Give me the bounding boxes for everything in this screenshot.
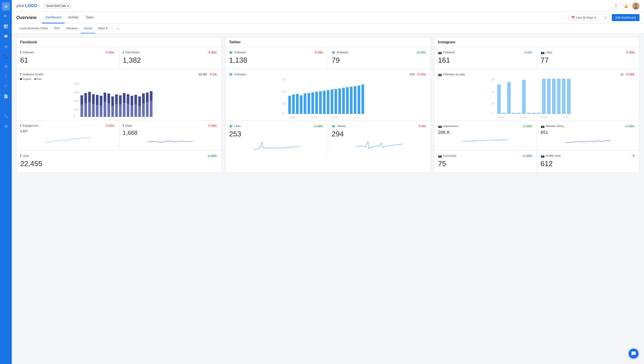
sub-tab-ppc[interactable]: PPC <box>51 24 63 33</box>
topbar-right: ? 🔔 <box>612 2 640 10</box>
tw-likes-badge: ▴ +38% <box>313 124 324 128</box>
svg-rect-37 <box>134 104 137 117</box>
svg-text:500: 500 <box>282 91 286 93</box>
tab-activity[interactable]: Activity <box>64 12 82 23</box>
svg-text:3,000: 3,000 <box>74 91 79 93</box>
fb-engagement-card: f Engagement... ▾ -31% 1,327 <box>16 120 119 150</box>
calendar-icon: 📅 <box>571 16 575 19</box>
facebook-section: Facebook f Followers ▾-20% <box>16 37 222 173</box>
tw-followers-chart-card: 🐦 Followers 676 ▾ -27% 750 500 250 <box>226 69 430 121</box>
fb-views-icon: f <box>123 124 124 127</box>
sidebar-location-icon[interactable]: 📍 <box>2 72 10 80</box>
svg-rect-55 <box>292 95 295 114</box>
ig-impressions-badge: ▴ +64% <box>522 124 533 128</box>
ig-comments-badge: ▴ +39% <box>522 154 533 158</box>
tw-chart-label: Followers <box>234 73 246 76</box>
share-icon: ⤢ <box>604 16 607 19</box>
fb-chart-label: Audience Growth <box>23 73 44 76</box>
logo-your: your <box>16 4 24 8</box>
fb-engagement-label: Engagement... <box>23 124 40 127</box>
tw-likes-card: 🐦 Likes ▴ +38% 253 <box>226 121 328 156</box>
svg-text:13 Jun: 13 Jun <box>289 116 296 118</box>
sidebar-chat-icon[interactable]: 💬 <box>2 32 10 40</box>
sidebar-search-icon[interactable]: 🔍 <box>2 12 10 21</box>
tw-tweets-card: 🐦 Tweets ▾ -3% 294 <box>328 121 430 156</box>
ig-followers-value: 161 <box>438 56 533 64</box>
ig-profile-visits-card: 📷 Profile Visits ▾ 612 <box>537 151 640 172</box>
fb-likes-card: f Likes ▴ +58% 22,455 <box>16 150 222 172</box>
tw-retweets-value: 79 <box>332 56 427 64</box>
svg-rect-95 <box>562 79 566 114</box>
svg-text:4 Jul: 4 Jul <box>564 116 568 118</box>
fb-audience-growth-card: f Audience Growth 83,360 ▾ -1% Organic P… <box>16 69 222 120</box>
sidebar-mail-icon[interactable]: ✉ <box>2 62 10 70</box>
fb-likes-icon: f <box>20 154 21 158</box>
svg-rect-17 <box>96 105 98 117</box>
ig-chart-badge: ▾ -79% <box>625 72 636 76</box>
sidebar-settings-icon[interactable]: ⚙ <box>2 122 10 130</box>
sub-tab-more[interactable]: More ▾ <box>95 24 110 33</box>
logo-bold: LOGO <box>25 4 37 8</box>
tw-retweets-badge: ▴ +14% <box>416 50 427 54</box>
date-range-label: Last 30 Days <box>576 16 594 19</box>
svg-rect-72 <box>358 86 360 114</box>
svg-rect-15 <box>92 104 95 117</box>
sidebar-phone-icon[interactable]: 📞 <box>2 52 10 60</box>
sidebar-home-icon[interactable]: ⊞ <box>2 2 10 11</box>
page-header: Overview Dashboard Activity Tasks 📅 Last… <box>12 12 644 24</box>
fb-likes-value: 22,455 <box>20 159 218 168</box>
svg-rect-31 <box>123 103 126 117</box>
avatar[interactable] <box>632 2 640 10</box>
svg-rect-23 <box>108 103 110 117</box>
fb-reach-card: f Total Reach ▾-60% 1,382 <box>119 47 222 69</box>
svg-rect-88 <box>527 113 531 114</box>
sidebar-cart-icon[interactable]: 🛒 <box>2 82 10 90</box>
sidebar-contacts-icon[interactable]: 👤 <box>2 102 10 110</box>
sub-tab-reviews[interactable]: Reviews <box>63 24 81 33</box>
topbar: yourLOGO ™ Good Grief Cafe ▾ ? 🔔 <box>12 0 644 12</box>
edit-dashboard-button[interactable]: Edit Dashboard <box>612 14 640 21</box>
chart-legend: Organic Paid <box>20 78 218 80</box>
date-range-button[interactable]: 📅 Last 30 Days ▾ <box>568 14 599 21</box>
ig-likes-icon: 📷 <box>541 51 544 54</box>
svg-text:10: 10 <box>492 103 494 105</box>
sidebar-analytics-icon[interactable]: 📊 <box>2 22 10 30</box>
brand-selector[interactable]: Good Grief Cafe ▾ <box>44 3 71 9</box>
sidebar-target-icon[interactable]: ◎ <box>2 42 10 50</box>
sidebar-reports-icon[interactable]: 📄 <box>2 92 10 100</box>
svg-rect-58 <box>304 93 306 114</box>
help-button[interactable]: ? <box>612 2 620 10</box>
tw-likes-label: Likes <box>234 125 241 128</box>
tab-tasks[interactable]: Tasks <box>82 12 98 23</box>
svg-rect-63 <box>323 91 326 114</box>
sidebar-tools-icon[interactable]: 🔧 <box>2 112 10 120</box>
svg-rect-70 <box>350 87 352 114</box>
instagram-title: Instagram <box>434 38 639 47</box>
tab-dashboard[interactable]: Dashboard <box>42 12 65 23</box>
fb-chart-badge: ▾ -1% <box>209 72 218 76</box>
tw-tweets-icon: 🐦 <box>332 124 336 128</box>
svg-rect-86 <box>517 113 521 114</box>
tw-icon: 🐦 <box>229 51 233 54</box>
ig-followers-badge: ▴ +2% <box>524 50 533 54</box>
logo: yourLOGO ™ <box>16 4 40 8</box>
svg-text:20 Jun: 20 Jun <box>520 116 526 118</box>
svg-rect-41 <box>142 103 145 117</box>
ig-web-badge: ▴ +18% <box>625 124 636 128</box>
svg-rect-69 <box>346 87 349 114</box>
svg-rect-45 <box>150 101 152 117</box>
sub-nav-more-dots[interactable]: ··· <box>114 26 122 31</box>
twitter-section: Twitter 🐦 Followers ▾ -43% <box>225 37 430 173</box>
fb-likes-label: Likes <box>23 154 29 157</box>
notifications-button[interactable]: 🔔 <box>622 2 630 10</box>
fb-engagement-badge: ▾ -31% <box>105 124 115 127</box>
fb-engagement-value: 1,327 <box>20 129 115 133</box>
svg-rect-90 <box>537 113 541 114</box>
fb-views-badge: ▾ -16% <box>207 124 218 127</box>
fb-views-label: Views <box>125 124 132 127</box>
sub-tab-local[interactable]: Local Business Client <box>16 24 51 33</box>
chat-bubble-button[interactable] <box>628 348 638 358</box>
ig-web-icon: 📷 <box>541 124 544 128</box>
sub-tab-social[interactable]: Social <box>81 24 95 33</box>
share-button[interactable]: ⤢ <box>602 14 610 22</box>
